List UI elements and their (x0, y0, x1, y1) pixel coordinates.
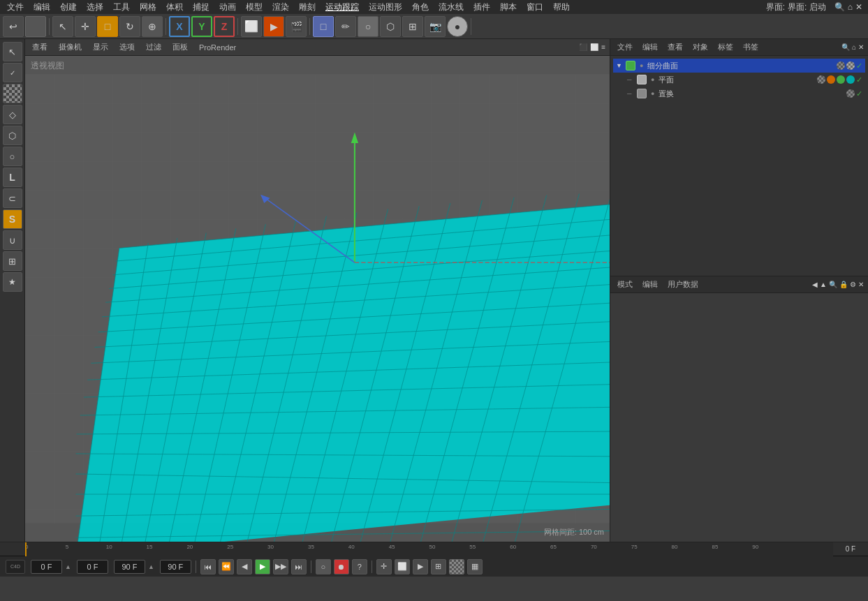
display-mode-btn[interactable]: □ (313, 16, 334, 37)
menu-snap[interactable]: 捕捉 (189, 0, 214, 15)
menu-volume[interactable]: 体积 (162, 0, 187, 15)
menu-edit[interactable]: 编辑 (29, 0, 54, 15)
rp-bottom-settings-icon[interactable]: ⚙ (850, 281, 856, 288)
rp-bookmark-btn[interactable]: 书签 (740, 40, 761, 54)
prev-frame-btn[interactable]: ⏪ (219, 559, 234, 574)
vp-prorender-btn[interactable]: ProRender (196, 42, 239, 53)
menu-animate[interactable]: 动画 (215, 0, 240, 15)
sidebar-hook-btn[interactable]: ∪ (3, 230, 22, 250)
frame-end-stepper[interactable]: ▲ (148, 563, 154, 570)
frame-preview-end-input[interactable] (160, 560, 191, 574)
texture-btn[interactable]: ⬡ (380, 16, 401, 37)
material-btn[interactable]: ✏ (335, 16, 356, 37)
sidebar-sphere-btn[interactable]: ○ (3, 147, 22, 166)
cube-btn[interactable]: □ (97, 16, 118, 37)
render-btn[interactable]: ▶ (263, 16, 284, 37)
key-record-btn[interactable]: ○ (316, 559, 331, 574)
play-btn[interactable]: ▶ (255, 559, 270, 574)
rp-userdata-btn[interactable]: 用户数据 (665, 278, 701, 291)
z-axis-btn[interactable]: Z (214, 16, 235, 37)
rp-tag-btn[interactable]: 标签 (715, 40, 736, 54)
vp-icon-3[interactable]: ≡ (601, 43, 605, 51)
rp-close-icon[interactable]: ✕ (858, 43, 864, 51)
top-home-icon[interactable]: ⌂ (848, 2, 853, 12)
redo-placeholder[interactable] (25, 16, 46, 37)
tree-item-displace[interactable]: ─ ● 置换 ✓ (613, 87, 865, 101)
vp-view-btn[interactable]: 查看 (29, 40, 50, 54)
y-axis-btn[interactable]: Y (191, 16, 212, 37)
rp-file-btn[interactable]: 文件 (615, 40, 635, 54)
sidebar-cube-btn[interactable]: ⬡ (3, 126, 22, 145)
vp-icon-1[interactable]: ⬛ (579, 43, 587, 51)
sidebar-magnet-btn[interactable]: ⊂ (3, 188, 22, 208)
rp-edit2-btn[interactable]: 编辑 (640, 278, 661, 291)
menu-window[interactable]: 窗口 (522, 0, 547, 15)
add-tool-btn[interactable]: ✛ (75, 16, 96, 37)
tree-visibility-3[interactable]: ● (651, 90, 654, 97)
rp-bottom-search-icon[interactable]: 🔍 (829, 281, 837, 288)
prev-btn[interactable]: ◀ (237, 559, 252, 574)
vp-panel-btn[interactable]: 面板 (170, 40, 191, 54)
menu-select[interactable]: 选择 (82, 0, 108, 15)
sidebar-star-btn[interactable]: ★ (3, 272, 22, 292)
rp-edit-btn[interactable]: 编辑 (640, 40, 661, 54)
auto-key-btn[interactable]: ⏺ (334, 559, 349, 574)
menu-create[interactable]: 创建 (56, 0, 81, 15)
frame-start-input[interactable] (31, 560, 62, 574)
rp-bottom-next-icon[interactable]: ▲ (820, 281, 827, 288)
goto-end-btn[interactable]: ⏭ (291, 559, 307, 574)
move-tool-btn[interactable]: ↖ (52, 16, 73, 37)
sidebar-diamond-btn[interactable]: ◇ (3, 105, 22, 124)
vp-filter-btn[interactable]: 过滤 (143, 40, 164, 54)
vp-display-btn[interactable]: 显示 (90, 40, 111, 54)
rp-bottom-lock-icon[interactable]: 🔒 (839, 281, 848, 288)
sidebar-grid-btn[interactable] (3, 84, 22, 103)
render-icon-btn[interactable]: ⊞ (431, 559, 446, 574)
sidebar-check-btn[interactable]: ✓ (3, 63, 22, 82)
goto-start-btn[interactable]: ⏮ (200, 559, 216, 574)
vp-icon-2[interactable]: ⬜ (590, 43, 598, 51)
cursor-btn[interactable]: ⊕ (142, 16, 163, 37)
frame-start-stepper-up[interactable]: ▲ (65, 563, 71, 570)
render-region-btn[interactable]: ⬜ (241, 16, 262, 37)
move-icon-btn[interactable]: ✛ (376, 559, 392, 574)
help-btn[interactable]: ? (352, 559, 367, 574)
grid-icon-btn[interactable] (449, 559, 464, 574)
viewport-mode-btn[interactable]: ⊞ (402, 16, 423, 37)
rp-search-icon[interactable]: 🔍 (841, 43, 850, 51)
record-icon-btn[interactable]: ⬜ (395, 559, 410, 574)
sidebar-s-btn[interactable]: S (3, 209, 22, 229)
menu-motion-graph[interactable]: 运动图形 (365, 0, 406, 15)
frame-end-input[interactable] (114, 560, 145, 574)
x-axis-btn[interactable]: X (169, 16, 190, 37)
sidebar-l-btn[interactable]: L (3, 168, 22, 187)
vp-options-btn[interactable]: 选项 (117, 40, 138, 54)
sidebar-grid2-btn[interactable]: ⊞ (3, 251, 22, 271)
menu-file[interactable]: 文件 (3, 0, 28, 15)
tree-item-plane[interactable]: ─ ● 平面 ✓ (613, 73, 865, 87)
rp-object-btn[interactable]: 对象 (690, 40, 711, 54)
frame-preview-start-input[interactable] (77, 560, 108, 574)
rp-bottom-close-icon[interactable]: ✕ (858, 281, 864, 288)
menu-help[interactable]: 帮助 (549, 0, 574, 15)
layout-icon-btn[interactable]: ▦ (467, 559, 483, 574)
menu-script[interactable]: 脚本 (496, 0, 521, 15)
tree-visibility-1[interactable]: ● (640, 62, 643, 69)
menu-tools[interactable]: 工具 (109, 0, 134, 15)
rp-view-btn[interactable]: 查看 (665, 40, 686, 54)
menu-sculpt[interactable]: 雕刻 (295, 0, 320, 15)
menu-plugin[interactable]: 插件 (469, 0, 494, 15)
light-obj-btn[interactable]: ● (447, 16, 468, 37)
render-to-pic-btn[interactable]: 🎬 (286, 16, 307, 37)
menu-character[interactable]: 角色 (408, 0, 433, 15)
tree-item-subdivide[interactable]: ▼ ● 细分曲面 ✓ (613, 59, 865, 73)
playback-icon-btn[interactable]: ▶ (413, 559, 428, 574)
menu-mesh[interactable]: 网格 (135, 0, 161, 15)
rp-mode-btn[interactable]: 模式 (615, 278, 635, 291)
top-search-icon[interactable]: 🔍 (834, 2, 845, 12)
light-btn[interactable]: ○ (358, 16, 378, 37)
menu-motion-tracking[interactable]: 运动跟踪 (321, 0, 363, 15)
viewport[interactable]: Y X 透视视图 网格间距: 100 cm (25, 56, 610, 542)
menu-render[interactable]: 渲染 (268, 0, 293, 15)
vp-camera-btn[interactable]: 摄像机 (56, 40, 84, 54)
